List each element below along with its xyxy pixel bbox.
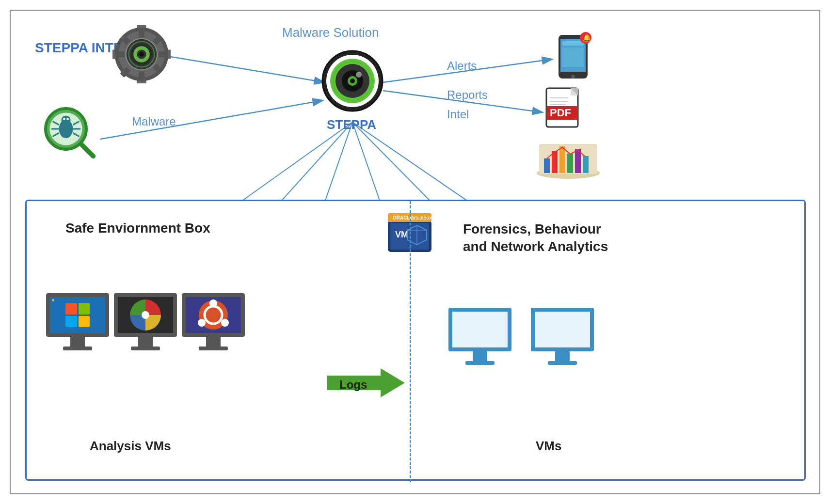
windows-screen bbox=[46, 293, 109, 337]
svg-text:VM: VM bbox=[395, 230, 408, 239]
blue-screen-1 bbox=[448, 308, 511, 351]
blue-vm-monitor-1 bbox=[448, 308, 511, 365]
steppa-logo bbox=[321, 49, 384, 112]
analysis-vms-label: Analysis VMs bbox=[90, 439, 171, 454]
monitor-base bbox=[465, 361, 495, 365]
monitor-stand bbox=[138, 337, 153, 346]
svg-point-28 bbox=[139, 52, 144, 57]
safe-env-label: Safe Enviornment Box bbox=[65, 220, 210, 236]
svg-text:PDF: PDF bbox=[550, 107, 571, 119]
svg-rect-19 bbox=[159, 51, 168, 57]
svg-point-51 bbox=[356, 72, 362, 78]
intel-label: Intel bbox=[447, 108, 469, 121]
monitor-stand bbox=[473, 351, 487, 361]
monitor-base bbox=[548, 361, 577, 365]
svg-point-91 bbox=[209, 299, 217, 307]
main-diagram: STEPPA INTEL bbox=[10, 10, 820, 494]
svg-rect-16 bbox=[139, 28, 144, 37]
dashed-divider bbox=[410, 201, 411, 482]
blue-vm-monitor-2 bbox=[531, 308, 594, 365]
monitor-base bbox=[199, 346, 228, 350]
gear-icon bbox=[112, 25, 171, 83]
svg-point-50 bbox=[350, 79, 355, 83]
chart-icon bbox=[534, 137, 597, 180]
vms-label: VMs bbox=[536, 439, 561, 454]
phone-icon: 🔔 bbox=[554, 30, 597, 83]
svg-text:🔔: 🔔 bbox=[583, 34, 591, 42]
forensics-label: Forensics, Behaviourand Network Analytic… bbox=[463, 220, 608, 256]
monitor-base bbox=[131, 346, 160, 350]
reports-label: Reports bbox=[447, 88, 488, 102]
svg-point-35 bbox=[66, 118, 69, 120]
monitor-stand bbox=[555, 351, 570, 361]
malware-solution-label: Malware Solution bbox=[282, 25, 379, 40]
svg-rect-72 bbox=[552, 151, 558, 173]
svg-rect-71 bbox=[544, 158, 550, 173]
ubuntu-screen bbox=[182, 293, 245, 337]
analysis-vms-monitors bbox=[46, 293, 245, 350]
svg-point-93 bbox=[221, 319, 229, 327]
svg-rect-56 bbox=[562, 41, 584, 46]
monitor-stand bbox=[70, 337, 85, 346]
svg-rect-17 bbox=[139, 71, 144, 80]
windows-vm-monitor bbox=[46, 293, 109, 350]
svg-point-34 bbox=[63, 118, 65, 120]
right-vms-monitors bbox=[448, 308, 594, 365]
monitor-stand bbox=[206, 337, 221, 346]
svg-point-92 bbox=[198, 319, 206, 327]
svg-text:VirtualBox: VirtualBox bbox=[410, 215, 431, 220]
top-section: STEPPA INTEL bbox=[11, 11, 819, 200]
svg-rect-18 bbox=[115, 51, 125, 57]
bug-search-icon bbox=[40, 103, 98, 161]
windows-logo bbox=[65, 303, 90, 327]
bottom-box: Safe Enviornment Box Forensics, Behaviou… bbox=[25, 200, 806, 481]
svg-rect-73 bbox=[559, 146, 565, 173]
monitor-base bbox=[63, 346, 92, 350]
ubuntu-vm-monitor bbox=[182, 293, 245, 350]
pinwheel-screen bbox=[114, 293, 177, 337]
alerts-label: Alerts bbox=[447, 59, 477, 73]
pdf-icon: PDF bbox=[544, 86, 588, 134]
steppa-text: STEPPA bbox=[327, 117, 376, 132]
svg-line-42 bbox=[81, 144, 93, 156]
svg-rect-57 bbox=[562, 47, 584, 67]
svg-point-88 bbox=[142, 311, 149, 319]
logs-label: Logs bbox=[339, 378, 367, 392]
svg-point-58 bbox=[571, 75, 575, 79]
svg-point-33 bbox=[61, 115, 70, 125]
malware-label: Malware bbox=[132, 115, 176, 128]
blue-screen-2 bbox=[531, 308, 594, 351]
svg-rect-74 bbox=[567, 154, 573, 173]
svg-rect-76 bbox=[583, 156, 589, 173]
pinwheel-vm-monitor bbox=[114, 293, 177, 350]
